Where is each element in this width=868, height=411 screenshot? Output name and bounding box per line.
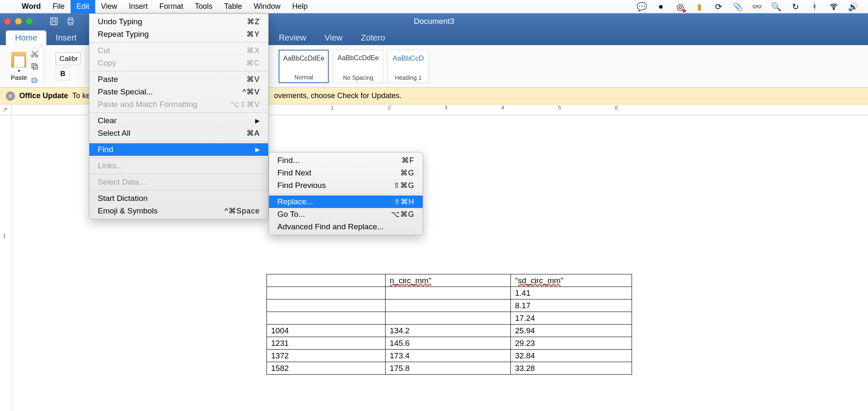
tab-home[interactable]: Home xyxy=(6,30,46,45)
mac-status-icons: 💬 ● ◎ ▮ ⟳ 📎 👓 🔍 ↻ ᚼ 🔊 xyxy=(637,2,861,12)
table-row[interactable]: 17.24 xyxy=(267,312,632,325)
data-table[interactable]: n_circ_mm" "sd_circ_mm" 1.41 8.17 17.24 … xyxy=(266,274,632,375)
ruler-mark: 1 xyxy=(331,104,334,111)
menu-edit[interactable]: Edit xyxy=(71,0,95,13)
style-heading-1[interactable]: AaBbCcD Heading 1 xyxy=(387,50,429,83)
menu-copy: Copy⌘C xyxy=(89,57,268,69)
menu-find[interactable]: Find▶ xyxy=(89,143,268,156)
font-name-select[interactable]: Calibr xyxy=(56,53,81,65)
style-name: No Spacing xyxy=(343,74,373,81)
menu-undo-typing[interactable]: Undo Typing⌘Z xyxy=(89,15,268,28)
menu-links: Links... xyxy=(89,160,268,172)
cut-icon[interactable] xyxy=(30,50,39,58)
tab-zotero[interactable]: Zotero xyxy=(352,30,394,45)
menu-app-name[interactable]: Word xyxy=(16,0,47,13)
table-row[interactable]: 1582175.833.28 xyxy=(267,362,632,375)
menu-view[interactable]: View xyxy=(95,0,123,13)
svg-rect-3 xyxy=(52,22,56,25)
table-row[interactable]: 1.41 xyxy=(267,287,632,299)
tab-insert[interactable]: Insert xyxy=(46,30,86,45)
svg-point-0 xyxy=(833,8,835,10)
menu-window[interactable]: Window xyxy=(248,0,287,13)
update-close-button[interactable]: ✕ xyxy=(6,91,15,101)
menu-insert[interactable]: Insert xyxy=(123,0,153,13)
submenu-find[interactable]: Find...⌘F xyxy=(269,154,423,167)
tab-review[interactable]: Review xyxy=(269,30,315,45)
time-machine-icon[interactable]: ↻ xyxy=(790,2,800,12)
window-maximize-button[interactable] xyxy=(26,18,33,25)
style-preview: AaBbCcDdEe xyxy=(283,55,325,62)
menu-file[interactable]: File xyxy=(47,0,71,13)
menu-table[interactable]: Table xyxy=(218,0,248,13)
table-row[interactable]: 1231145.629.23 xyxy=(267,337,632,350)
edit-dropdown-menu: Undo Typing⌘Z Repeat Typing⌘Y Cut⌘X Copy… xyxy=(89,13,269,219)
circle-status-icon[interactable]: ◎ xyxy=(675,2,685,12)
tab-view[interactable]: View xyxy=(315,30,352,45)
submenu-find-previous[interactable]: Find Previous⇧⌘G xyxy=(269,179,423,192)
update-text-left: To ke xyxy=(72,91,90,100)
ruler-mark: 3 xyxy=(444,104,447,111)
menu-tools[interactable]: Tools xyxy=(189,0,218,13)
ruler-mark: 5 xyxy=(558,104,561,111)
quick-access-toolbar xyxy=(49,17,75,26)
ruler-corner-icon[interactable]: ↱ xyxy=(0,104,12,115)
menu-help[interactable]: Help xyxy=(287,0,314,13)
submenu-replace[interactable]: Replace...⇧⌘H xyxy=(269,195,423,208)
glasses-icon[interactable]: 👓 xyxy=(752,2,762,12)
font-group: Calibr B xyxy=(51,48,86,85)
submenu-find-next[interactable]: Find Next⌘G xyxy=(269,167,423,179)
ruler-mark: 6 xyxy=(615,104,618,111)
sync-icon[interactable]: ⟳ xyxy=(713,2,723,12)
submenu-advanced-find[interactable]: Advanced Find and Replace... xyxy=(269,221,423,233)
ruler-mark: 4 xyxy=(501,104,504,111)
volume-icon[interactable]: 🔊 xyxy=(848,2,858,12)
ruler-mark: 2 xyxy=(388,104,391,111)
shield-icon[interactable]: ▮ xyxy=(694,2,704,12)
menu-repeat-typing[interactable]: Repeat Typing⌘Y xyxy=(89,28,268,41)
update-title: Office Update xyxy=(19,91,68,100)
black-dot-icon[interactable]: ● xyxy=(656,2,666,12)
window-controls xyxy=(4,18,33,25)
bluetooth-icon[interactable]: ᚼ xyxy=(810,2,820,12)
vertical-ruler[interactable]: 1 xyxy=(0,115,12,411)
save-icon[interactable] xyxy=(49,17,58,26)
style-preview: AaBbCcDdEe xyxy=(338,54,379,62)
menu-select-data: Select Data... xyxy=(89,176,268,188)
style-normal[interactable]: AaBbCcDdEe Normal xyxy=(279,50,329,83)
menu-select-all[interactable]: Select All⌘A xyxy=(89,127,268,140)
menu-format[interactable]: Format xyxy=(153,0,189,13)
wechat-icon[interactable]: 💬 xyxy=(637,2,647,12)
paperclip-icon[interactable]: 📎 xyxy=(733,2,743,12)
table-row[interactable]: 1372173.432.84 xyxy=(267,350,632,362)
find-submenu: Find...⌘F Find Next⌘G Find Previous⇧⌘G R… xyxy=(269,152,423,235)
menu-emoji-symbols[interactable]: Emoji & Symbols^⌘Space xyxy=(89,205,268,217)
bold-button[interactable]: B xyxy=(56,68,70,80)
submenu-go-to[interactable]: Go To...⌥⌘G xyxy=(269,208,423,221)
style-no-spacing[interactable]: AaBbCcDdEe No Spacing xyxy=(333,50,383,83)
paste-icon[interactable] xyxy=(11,52,26,68)
table-row[interactable]: n_circ_mm" "sd_circ_mm" xyxy=(267,274,632,287)
svg-rect-6 xyxy=(69,23,72,25)
copy-icon[interactable] xyxy=(30,62,39,71)
vruler-mark: 1 xyxy=(3,232,6,238)
menu-clear[interactable]: Clear▶ xyxy=(89,114,268,127)
table-row[interactable]: 8.17 xyxy=(267,299,632,312)
table-row[interactable]: 1004134.225.94 xyxy=(267,325,632,337)
spotlight-search-icon[interactable]: 🔍 xyxy=(771,2,781,12)
menu-cut: Cut⌘X xyxy=(89,44,268,57)
style-name: Normal xyxy=(294,74,313,81)
svg-rect-10 xyxy=(32,63,36,68)
mac-menubar: Word File Edit View Insert Format Tools … xyxy=(0,0,868,13)
window-minimize-button[interactable] xyxy=(15,18,22,25)
menu-start-dictation[interactable]: Start Dictation xyxy=(89,192,268,205)
format-painter-icon[interactable] xyxy=(30,75,39,83)
menu-paste[interactable]: Paste⌘V xyxy=(89,73,268,86)
window-close-button[interactable] xyxy=(4,18,11,25)
print-icon[interactable] xyxy=(66,17,75,26)
wifi-icon[interactable] xyxy=(829,2,839,12)
table-header-partial: n_circ_mm" xyxy=(390,276,431,285)
menu-paste-match: Paste and Match Formatting⌥⇧⌘V xyxy=(89,98,268,111)
paste-label: Paste xyxy=(11,74,27,81)
svg-rect-4 xyxy=(68,20,74,23)
menu-paste-special[interactable]: Paste Special...^⌘V xyxy=(89,86,268,98)
